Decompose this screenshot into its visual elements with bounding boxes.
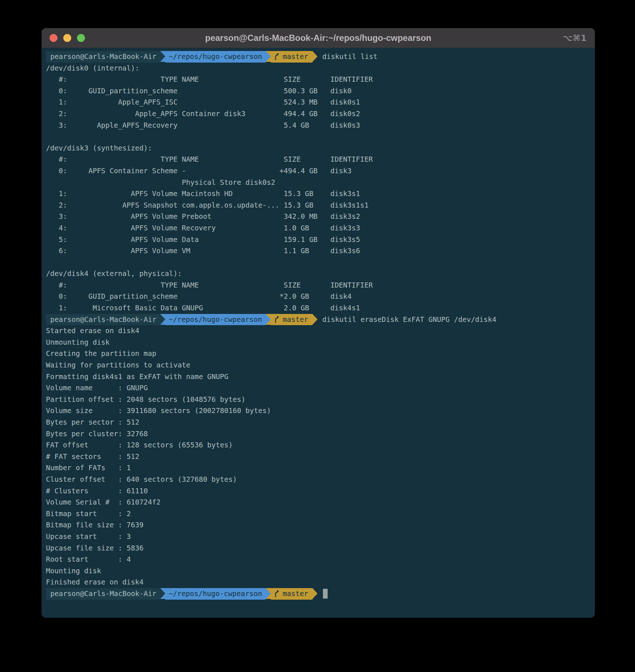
prompt-git-segment: master	[271, 314, 312, 326]
zoom-button-icon[interactable]	[77, 34, 85, 42]
prompt-git-segment: master	[271, 588, 312, 600]
prompt-directory: ~/repos/hugo-cwpearson	[165, 314, 266, 326]
prompt-line-current: pearson@Carls-MacBook-Air ~/repos/hugo-c…	[46, 588, 591, 600]
powerline-separator-icon	[312, 51, 318, 62]
powerline-separator-icon	[266, 51, 271, 62]
git-branch-icon	[274, 53, 280, 60]
terminal-window: pearson@Carls-MacBook-Air:~/repos/hugo-c…	[42, 28, 595, 618]
powerline-separator-icon	[160, 51, 165, 62]
prompt-line: pearson@Carls-MacBook-Air ~/repos/hugo-c…	[46, 51, 591, 63]
prompt-user-host: pearson@Carls-MacBook-Air	[46, 588, 160, 600]
minimize-button-icon[interactable]	[63, 34, 71, 42]
git-branch-label: master	[283, 588, 308, 600]
prompt-user-host: pearson@Carls-MacBook-Air	[46, 51, 160, 63]
window-title: pearson@Carls-MacBook-Air:~/repos/hugo-c…	[42, 28, 595, 48]
powerline-separator-icon	[312, 314, 318, 325]
powerline-separator-icon	[312, 588, 318, 599]
close-button-icon[interactable]	[50, 34, 57, 42]
git-branch-label: master	[283, 51, 308, 63]
traffic-lights	[50, 34, 85, 42]
powerline-separator-icon	[266, 314, 271, 325]
command-text: diskutil list	[322, 51, 378, 63]
prompt-git-segment: master	[271, 51, 312, 63]
prompt-user-host: pearson@Carls-MacBook-Air	[46, 314, 160, 326]
git-branch-icon	[274, 590, 280, 597]
terminal-content[interactable]: pearson@Carls-MacBook-Air ~/repos/hugo-c…	[42, 48, 595, 618]
erase-disk-output: Started erase on disk4 Unmounting disk C…	[46, 325, 591, 588]
terminal-cursor[interactable]	[323, 589, 328, 599]
prompt-directory: ~/repos/hugo-cwpearson	[165, 51, 266, 63]
powerline-separator-icon	[266, 588, 271, 599]
window-shortcut-badge: ⌥⌘1	[563, 28, 587, 48]
diskutil-list-output: /dev/disk0 (internal): #: TYPE NAME SIZE…	[46, 63, 591, 314]
prompt-directory: ~/repos/hugo-cwpearson	[165, 588, 266, 600]
powerline-separator-icon	[160, 314, 165, 325]
window-title-bar[interactable]: pearson@Carls-MacBook-Air:~/repos/hugo-c…	[42, 28, 595, 48]
prompt-line: pearson@Carls-MacBook-Air ~/repos/hugo-c…	[46, 314, 591, 326]
git-branch-icon	[274, 316, 280, 323]
git-branch-label: master	[283, 314, 308, 326]
desktop-background: pearson@Carls-MacBook-Air:~/repos/hugo-c…	[0, 0, 635, 672]
command-text: diskutil eraseDisk ExFAT GNUPG /dev/disk…	[322, 314, 496, 326]
powerline-separator-icon	[160, 588, 165, 599]
